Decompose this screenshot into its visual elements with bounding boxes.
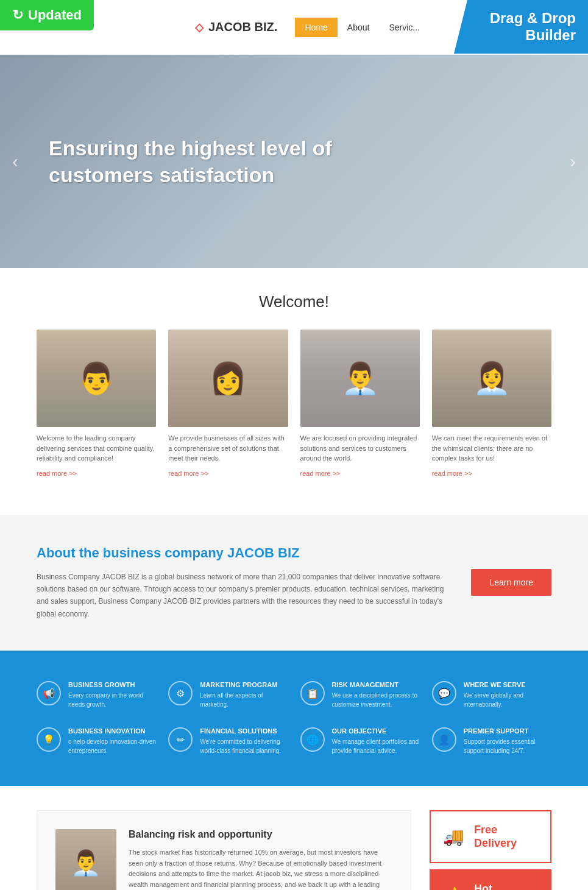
balance-para-1: The stock market has historically return… — [129, 847, 392, 890]
welcome-title: Welcome! — [37, 292, 551, 311]
feature-item-0: 📢 BUSINESS GROWTH Every company in the w… — [37, 681, 156, 709]
feature-text-6: OUR OBJECTIVE We manage client portfolio… — [332, 727, 420, 755]
feature-item-4: 💡 BUSINESS INNOVATION o help develop inn… — [37, 727, 156, 755]
team-card-3: 👨‍💼 We are focused on providing integrat… — [300, 330, 420, 478]
team-desc-4: We can meet the requirements even of the… — [432, 433, 551, 464]
team-link-1[interactable]: read more >> — [37, 470, 77, 477]
feature-icon-1: ⚙ — [168, 681, 193, 705]
hot-offers-icon: 👍 — [443, 886, 464, 890]
team-desc-1: Welcome to the leading company deliverin… — [37, 433, 156, 464]
team-card-1: 👨 Welcome to the leading company deliver… — [37, 330, 156, 478]
feature-item-3: 💬 WHERE WE SERVE We serve globally and i… — [432, 681, 551, 709]
team-desc-2: We provide businesses of all sizes with … — [168, 433, 288, 464]
about-title: About the business company JACOB BIZ — [37, 545, 447, 561]
welcome-section: Welcome! 👨 Welcome to the leading compan… — [0, 268, 588, 515]
delivery-icon: 🚚 — [443, 827, 464, 847]
logo-text: JACOB BIZ. — [208, 20, 277, 34]
hot-offers-card[interactable]: 👍 Hot Offers — [430, 869, 551, 890]
hero-right-arrow[interactable]: › — [570, 151, 576, 172]
balance-card: 👨‍💼 Balancing risk and opportunity The s… — [37, 810, 411, 890]
team-photo-4: 👩‍💼 — [432, 330, 551, 427]
side-cards: 🚚 Free Delivery 👍 Hot Offers — [430, 810, 551, 890]
drag-drop-badge: Drag & Drop Builder — [454, 0, 588, 54]
hero-headline: Ensuring the highest level of customers … — [49, 135, 353, 188]
updated-label: Updated — [28, 7, 82, 23]
feature-icon-7: 👤 — [432, 727, 456, 752]
team-desc-3: We are focused on providing integrated s… — [300, 433, 420, 464]
feature-text-1: MARKETING PROGRAM Learn all the aspects … — [200, 681, 288, 709]
sync-icon: ↻ — [12, 7, 23, 23]
nav-about[interactable]: About — [338, 18, 380, 37]
balance-title: Balancing risk and opportunity — [129, 829, 392, 840]
hero-section: ‹ Ensuring the highest level of customer… — [0, 55, 588, 268]
team-card-2: 👩 We provide businesses of all sizes wit… — [168, 330, 288, 478]
team-link-2[interactable]: read more >> — [168, 470, 208, 477]
free-delivery-card[interactable]: 🚚 Free Delivery — [430, 810, 551, 863]
balance-text-content: Balancing risk and opportunity The stock… — [129, 829, 392, 890]
feature-item-7: 👤 PREMIER SUPPORT Support provides essen… — [432, 727, 551, 755]
team-photo-1: 👨 — [37, 330, 156, 427]
feature-item-6: 🌐 OUR OBJECTIVE We manage client portfol… — [300, 727, 420, 755]
team-grid: 👨 Welcome to the leading company deliver… — [37, 330, 551, 478]
drag-drop-line2: Builder — [466, 27, 576, 44]
bottom-section: 👨‍💼 Balancing risk and opportunity The s… — [0, 786, 588, 890]
feature-icon-5: ✏ — [168, 727, 193, 752]
feature-icon-2: 📋 — [300, 681, 325, 705]
feature-icon-3: 💬 — [432, 681, 456, 705]
team-link-4[interactable]: read more >> — [432, 470, 472, 477]
learn-more-button[interactable]: Learn more — [471, 569, 551, 596]
updated-badge: ↻ Updated — [0, 0, 94, 30]
team-card-4: 👩‍💼 We can meet the requirements even of… — [432, 330, 551, 478]
nav-home[interactable]: Home — [295, 18, 337, 37]
main-nav: Home About Servic... — [295, 18, 430, 37]
feature-item-1: ⚙ MARKETING PROGRAM Learn all the aspect… — [168, 681, 288, 709]
drag-drop-line1: Drag & Drop — [466, 10, 576, 27]
nav-services[interactable]: Servic... — [379, 18, 430, 37]
about-content: About the business company JACOB BIZ Bus… — [37, 545, 447, 621]
feature-text-2: RISK MANAGEMENT We use a disciplined pro… — [332, 681, 420, 709]
balance-photo: 👨‍💼 — [55, 829, 116, 890]
delivery-text: Free Delivery — [474, 824, 517, 850]
about-description: Business Company JACOB BIZ is a global b… — [37, 571, 447, 621]
feature-icon-0: 📢 — [37, 681, 61, 705]
team-photo-2: 👩 — [168, 330, 288, 427]
about-section: About the business company JACOB BIZ Bus… — [0, 515, 588, 651]
logo: ◇ JACOB BIZ. — [195, 20, 277, 34]
feature-text-3: WHERE WE SERVE We serve globally and int… — [464, 681, 551, 709]
feature-text-4: BUSINESS INNOVATION o help develop innov… — [68, 727, 156, 755]
feature-text-5: FINANCIAL SOLUTIONS We're committed to d… — [200, 727, 288, 755]
feature-text-7: PREMIER SUPPORT Support provides essenti… — [464, 727, 551, 755]
team-photo-3: 👨‍💼 — [300, 330, 420, 427]
feature-item-5: ✏ FINANCIAL SOLUTIONS We're committed to… — [168, 727, 288, 755]
hero-text: Ensuring the highest level of customers … — [0, 135, 402, 188]
team-link-3[interactable]: read more >> — [300, 470, 341, 477]
feature-item-2: 📋 RISK MANAGEMENT We use a disciplined p… — [300, 681, 420, 709]
features-grid: 📢 BUSINESS GROWTH Every company in the w… — [37, 681, 551, 755]
feature-icon-4: 💡 — [37, 727, 61, 752]
features-section: 📢 BUSINESS GROWTH Every company in the w… — [0, 651, 588, 786]
hero-left-arrow[interactable]: ‹ — [12, 151, 18, 172]
feature-text-0: BUSINESS GROWTH Every company in the wor… — [68, 681, 156, 709]
hot-offers-text: Hot Offers — [474, 883, 506, 890]
feature-icon-6: 🌐 — [300, 727, 325, 752]
diamond-icon: ◇ — [195, 21, 204, 34]
